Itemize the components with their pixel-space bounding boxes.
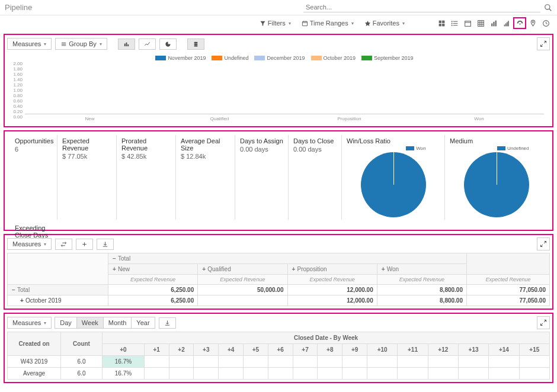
legend-item: October 2019 (311, 55, 356, 61)
pivot-fullscreen-button[interactable] (537, 237, 550, 250)
range-year-button[interactable]: Year (131, 317, 155, 329)
pivot-panel: Measures▾ −Total +New+Qualified+Proposit… (4, 234, 553, 310)
svg-line-57 (541, 323, 543, 326)
cohort-table: Created onCountClosed Date - By Week +0+… (7, 332, 550, 380)
cohort-created-header: Created on (8, 332, 61, 356)
kpi-winloss-label: Win/Loss Ratio (347, 137, 390, 144)
cohort-row: Average6.016.7% (8, 368, 550, 380)
svg-rect-6 (438, 20, 441, 23)
kpi-opportunities-label: Opportunities (15, 137, 52, 144)
pivot-measures-button[interactable]: Measures▾ (7, 238, 52, 250)
bar-Qualified: Qualified (155, 62, 284, 114)
cohort-fullscreen-button[interactable] (537, 316, 550, 329)
svg-rect-39 (126, 42, 127, 46)
time-ranges-button[interactable]: Time Ranges▾ (299, 18, 356, 28)
svg-rect-25 (495, 20, 496, 26)
svg-point-0 (545, 4, 550, 9)
kpi-panel: Opportunities6 Expected Revenue$ 77.05k … (4, 130, 553, 231)
svg-rect-42 (194, 43, 198, 44)
svg-rect-43 (194, 45, 198, 46)
svg-rect-23 (491, 23, 492, 26)
groupby-button[interactable]: Group By▾ (55, 38, 107, 50)
cohort-download-button[interactable] (159, 317, 176, 329)
view-kanban-icon[interactable] (435, 17, 448, 29)
star-icon (364, 20, 371, 27)
cohort-title: Closed Date - By Week (103, 332, 550, 344)
kpi-prorev-value: $ 42.85k (121, 153, 171, 160)
svg-line-1 (549, 8, 552, 11)
range-week-button[interactable]: Week (76, 317, 104, 329)
svg-rect-9 (442, 24, 444, 26)
svg-line-56 (544, 320, 546, 323)
page-title: Pipeline (5, 3, 32, 12)
pivot-expand-button[interactable] (76, 239, 93, 250)
view-pivot-icon[interactable] (474, 17, 487, 29)
kpi-exprev-label: Expected Revenue (62, 137, 111, 152)
legend-item: November 2019 (155, 55, 206, 61)
kpi-exceeding-label: Exceeding Close Days (15, 224, 52, 239)
bar-New: New (25, 62, 155, 114)
filter-icon (260, 20, 266, 27)
svg-rect-27 (505, 23, 506, 26)
view-map-icon[interactable] (526, 17, 539, 29)
svg-point-14 (452, 23, 452, 23)
pivot-flip-button[interactable] (55, 239, 72, 250)
pie1-legend: Won (416, 146, 425, 151)
svg-rect-16 (465, 21, 470, 26)
svg-rect-24 (493, 21, 494, 26)
winloss-pie (361, 152, 426, 217)
svg-line-53 (541, 245, 543, 247)
svg-point-30 (519, 23, 520, 24)
svg-line-34 (546, 23, 547, 24)
kpi-exprev-value: $ 77.05k (62, 153, 111, 160)
chart-bar-button[interactable] (118, 38, 135, 50)
bar-Won: Won (414, 62, 544, 114)
filters-label: Filters (268, 20, 286, 27)
chart-stacked-button[interactable] (187, 38, 204, 50)
bar-chart-panel: Measures▾ Group By▾ November 2019Undefin… (4, 34, 553, 127)
range-day-button[interactable]: Day (55, 317, 77, 329)
search-input[interactable] (303, 2, 540, 12)
range-month-button[interactable]: Month (103, 317, 132, 329)
svg-point-15 (452, 25, 452, 25)
expand-button[interactable] (537, 37, 550, 50)
medium-pie (464, 152, 529, 217)
kpi-daysclose-label: Days to Close (293, 137, 337, 144)
kpi-daysassign-label: Days to Assign (240, 137, 283, 144)
view-activity-icon[interactable] (539, 17, 552, 29)
view-calendar-icon[interactable] (461, 17, 474, 29)
kpi-medium-label: Medium (450, 137, 473, 144)
list-icon (60, 41, 67, 47)
kpi-prorev-label: Prorated Revenue (121, 137, 171, 152)
legend-item: December 2019 (254, 55, 305, 61)
chart-pie-button[interactable] (159, 38, 177, 50)
chart-line-button[interactable] (139, 38, 156, 50)
svg-rect-7 (442, 20, 444, 23)
measures-button[interactable]: Measures▾ (7, 38, 52, 50)
view-dashboard-icon[interactable] (513, 17, 526, 29)
svg-line-44 (544, 41, 546, 44)
kpi-daysclose-value: 0.00 days (293, 146, 337, 153)
cohort-panel: Measures▾ DayWeekMonthYear Created onCou… (4, 313, 553, 383)
view-cohort-icon[interactable] (500, 17, 513, 29)
favorites-button[interactable]: Favorites▾ (362, 18, 407, 28)
svg-rect-8 (438, 24, 441, 26)
svg-rect-2 (302, 21, 307, 25)
svg-rect-38 (124, 43, 126, 46)
svg-point-31 (532, 21, 533, 23)
svg-line-52 (544, 242, 546, 244)
svg-line-45 (541, 44, 543, 47)
svg-rect-18 (478, 20, 484, 26)
cohort-measures-button[interactable]: Measures▾ (7, 317, 52, 329)
svg-rect-26 (504, 24, 505, 26)
filters-button[interactable]: Filters▾ (257, 18, 293, 28)
pivot-download-button[interactable] (97, 239, 114, 250)
kpi-avg-value: $ 12.84k (181, 153, 230, 160)
view-graph-icon[interactable] (487, 17, 500, 29)
view-list-icon[interactable] (448, 17, 461, 29)
kpi-opportunities-value: 6 (15, 146, 52, 153)
search-icon[interactable] (544, 4, 552, 12)
svg-point-13 (452, 21, 452, 21)
kpi-daysassign-value: 0.00 days (240, 146, 283, 153)
bar-Proposition: Proposition (284, 62, 414, 114)
